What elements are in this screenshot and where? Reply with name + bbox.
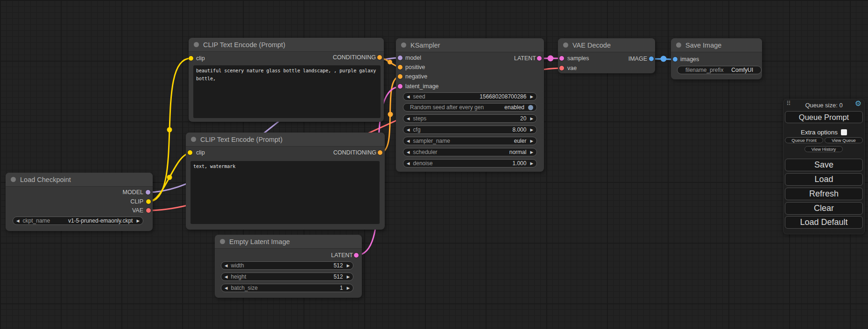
collapse-dot-icon[interactable] bbox=[220, 239, 225, 244]
input-dot-model[interactable] bbox=[398, 56, 402, 60]
link-midpoint-dot bbox=[167, 127, 172, 133]
widget-sampler-name[interactable]: ◀ sampler_name euler ▶ bbox=[403, 137, 537, 145]
widget-label: ckpt_name bbox=[23, 217, 50, 224]
output-dot-clip[interactable] bbox=[146, 199, 151, 204]
queue-front-button[interactable]: Queue Front bbox=[785, 137, 823, 143]
node-graph-canvas[interactable]: Load Checkpoint MODEL CLIP VAE ◀ ckpt_na… bbox=[0, 0, 868, 329]
queue-prompt-button[interactable]: Queue Prompt bbox=[785, 111, 863, 123]
widget-cfg[interactable]: ◀ cfg 8.000 ▶ bbox=[403, 126, 537, 134]
output-dot-vae[interactable] bbox=[146, 208, 151, 213]
node-title-bar[interactable]: CLIP Text Encode (Prompt) bbox=[189, 38, 384, 52]
input-dot-positive[interactable] bbox=[398, 65, 402, 70]
clear-button[interactable]: Clear bbox=[785, 202, 863, 215]
toggle-indicator-icon[interactable] bbox=[528, 105, 533, 110]
node-title: VAE Decode bbox=[572, 42, 611, 49]
input-dot-samples[interactable] bbox=[559, 56, 564, 61]
output-dot-latent[interactable] bbox=[537, 56, 542, 61]
node-title-bar[interactable]: Empty Latent Image bbox=[215, 235, 362, 249]
stepper-left-icon[interactable]: ◀ bbox=[407, 128, 410, 132]
widget-value: 512 bbox=[333, 262, 343, 269]
stepper-right-icon[interactable]: ▶ bbox=[530, 117, 533, 121]
stepper-left-icon[interactable]: ◀ bbox=[225, 264, 228, 268]
stepper-left-icon[interactable]: ◀ bbox=[16, 219, 20, 223]
view-queue-button[interactable]: View Queue bbox=[825, 137, 863, 143]
stepper-right-icon[interactable]: ▶ bbox=[346, 264, 350, 268]
widget-ckpt-name[interactable]: ◀ ckpt_name v1-5-pruned-emaonly.ckpt ▶ bbox=[13, 217, 143, 225]
prompt-textarea[interactable]: text, watermark bbox=[191, 161, 380, 224]
load-default-button[interactable]: Load Default bbox=[785, 216, 863, 229]
load-button[interactable]: Load bbox=[785, 173, 863, 186]
output-label-latent: LATENT bbox=[514, 54, 536, 63]
stepper-right-icon[interactable]: ▶ bbox=[530, 150, 533, 154]
stepper-right-icon[interactable]: ▶ bbox=[530, 161, 533, 166]
node-title-bar[interactable]: Save Image bbox=[671, 38, 762, 52]
refresh-button[interactable]: Refresh bbox=[785, 188, 863, 200]
input-label-clip: clip bbox=[196, 54, 205, 63]
node-vae-decode[interactable]: VAE Decode samples vae IMAGE bbox=[558, 38, 655, 73]
node-title-bar[interactable]: VAE Decode bbox=[558, 38, 655, 52]
input-dot-clip[interactable] bbox=[189, 56, 193, 61]
stepper-left-icon[interactable]: ◀ bbox=[225, 275, 228, 279]
stepper-right-icon[interactable]: ▶ bbox=[530, 128, 533, 132]
input-dot-vae[interactable] bbox=[559, 66, 564, 70]
stepper-left-icon[interactable]: ◀ bbox=[407, 150, 410, 154]
input-dot-latent-image[interactable] bbox=[398, 84, 402, 89]
stepper-left-icon[interactable]: ◀ bbox=[407, 161, 410, 166]
extra-options-checkbox[interactable] bbox=[841, 129, 847, 135]
input-label-positive: positive bbox=[405, 63, 425, 71]
node-load-checkpoint[interactable]: Load Checkpoint MODEL CLIP VAE ◀ ckpt_na… bbox=[6, 173, 153, 231]
node-title: CLIP Text Encode (Prompt) bbox=[203, 41, 285, 49]
node-clip-text-encode-negative[interactable]: CLIP Text Encode (Prompt) clip CONDITION… bbox=[186, 133, 385, 230]
output-dot-conditioning[interactable] bbox=[378, 150, 382, 155]
node-title-bar[interactable]: KSampler bbox=[396, 38, 544, 52]
widget-scheduler[interactable]: ◀ scheduler normal ▶ bbox=[403, 148, 537, 156]
node-title: CLIP Text Encode (Prompt) bbox=[200, 136, 282, 143]
widget-value: euler bbox=[514, 138, 527, 144]
output-dot-model[interactable] bbox=[146, 190, 150, 195]
widget-height[interactable]: ◀ height 512 ▶ bbox=[221, 273, 353, 281]
node-ksampler[interactable]: KSampler model positive negative latent_… bbox=[396, 38, 544, 172]
prompt-textarea[interactable]: beautiful scenery nature glass bottle la… bbox=[193, 65, 381, 118]
stepper-left-icon[interactable]: ◀ bbox=[407, 117, 410, 121]
collapse-dot-icon[interactable] bbox=[401, 42, 406, 48]
node-empty-latent-image[interactable]: Empty Latent Image LATENT ◀ width 512 ▶ … bbox=[215, 235, 362, 298]
input-label-latent-image: latent_image bbox=[405, 82, 439, 91]
node-title-bar[interactable]: CLIP Text Encode (Prompt) bbox=[186, 133, 385, 147]
input-dot-negative[interactable] bbox=[398, 74, 402, 79]
save-button[interactable]: Save bbox=[785, 159, 863, 171]
widget-width[interactable]: ◀ width 512 ▶ bbox=[221, 261, 353, 270]
collapse-dot-icon[interactable] bbox=[194, 42, 199, 47]
widget-value: 512 bbox=[333, 273, 343, 280]
node-clip-text-encode-positive[interactable]: CLIP Text Encode (Prompt) clip CONDITION… bbox=[189, 38, 384, 122]
widget-steps[interactable]: ◀ steps 20 ▶ bbox=[403, 114, 537, 123]
output-dot-image[interactable] bbox=[649, 56, 654, 61]
stepper-right-icon[interactable]: ▶ bbox=[136, 219, 140, 223]
widget-random-seed-toggle[interactable]: Random seed after every gen enabled bbox=[403, 103, 537, 112]
stepper-right-icon[interactable]: ▶ bbox=[530, 95, 533, 99]
input-dot-clip[interactable] bbox=[188, 150, 192, 155]
node-title-bar[interactable]: Load Checkpoint bbox=[6, 173, 153, 187]
extra-options-label: Extra options bbox=[801, 129, 838, 136]
stepper-right-icon[interactable]: ▶ bbox=[346, 275, 350, 279]
stepper-right-icon[interactable]: ▶ bbox=[530, 139, 533, 143]
collapse-dot-icon[interactable] bbox=[563, 42, 568, 48]
output-dot-latent[interactable] bbox=[354, 253, 359, 258]
collapse-dot-icon[interactable] bbox=[191, 137, 196, 142]
node-save-image[interactable]: Save Image images filename_prefix ComfyU… bbox=[671, 38, 762, 79]
node-title: Load Checkpoint bbox=[20, 176, 71, 183]
widget-label: Random seed after every gen bbox=[410, 104, 484, 111]
widget-seed[interactable]: ◀ seed 156680208700286 ▶ bbox=[403, 92, 537, 101]
widget-filename-prefix[interactable]: filename_prefix ComfyUI bbox=[677, 66, 762, 74]
stepper-left-icon[interactable]: ◀ bbox=[407, 139, 410, 143]
input-dot-images[interactable] bbox=[673, 57, 677, 62]
stepper-right-icon[interactable]: ▶ bbox=[346, 286, 350, 290]
stepper-left-icon[interactable]: ◀ bbox=[407, 95, 410, 99]
widget-batch-size[interactable]: ◀ batch_size 1 ▶ bbox=[221, 284, 353, 292]
stepper-left-icon[interactable]: ◀ bbox=[225, 286, 228, 290]
collapse-dot-icon[interactable] bbox=[11, 177, 16, 182]
output-dot-conditioning[interactable] bbox=[377, 55, 382, 60]
settings-gear-icon[interactable]: ⚙ bbox=[855, 100, 861, 107]
collapse-dot-icon[interactable] bbox=[676, 42, 681, 48]
view-history-button[interactable]: View History bbox=[804, 146, 843, 152]
widget-denoise[interactable]: ◀ denoise 1.000 ▶ bbox=[403, 159, 537, 168]
